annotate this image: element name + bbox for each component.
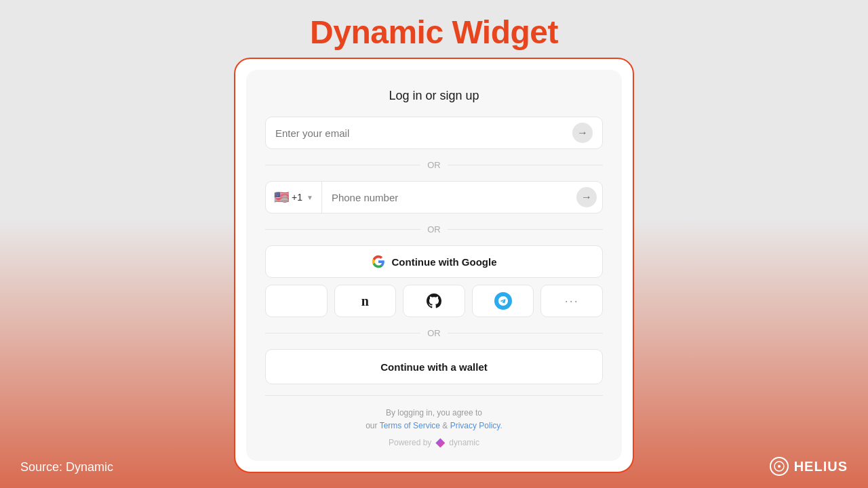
or-divider-3: OR bbox=[265, 328, 603, 338]
page-title: Dynamic Widget bbox=[310, 14, 558, 51]
email-input-container: → bbox=[265, 117, 603, 149]
dynamic-brand-label: dynamic bbox=[449, 438, 479, 447]
notion-icon: n bbox=[361, 293, 369, 309]
phone-input-container: 🇺🇸 +1 ▼ → bbox=[265, 181, 603, 214]
wallet-login-button[interactable]: Continue with a wallet bbox=[265, 349, 603, 384]
or-divider-1: OR bbox=[265, 160, 603, 170]
terms-of-service-link[interactable]: Terms of Service bbox=[380, 421, 440, 430]
footer-divider bbox=[265, 395, 603, 396]
powered-by: Powered by dynamic bbox=[265, 438, 603, 447]
outer-card: Log in or sign up → OR 🇺🇸 +1 ▼ → OR bbox=[234, 58, 634, 473]
phone-input[interactable] bbox=[322, 192, 576, 203]
email-input[interactable] bbox=[275, 127, 572, 139]
telegram-icon bbox=[494, 292, 512, 310]
card-title: Log in or sign up bbox=[265, 89, 603, 103]
footer-text: By logging in, you agree to our Terms of… bbox=[265, 407, 603, 432]
notion-login-button[interactable]: n bbox=[334, 285, 397, 317]
powered-by-label: Powered by bbox=[389, 438, 431, 447]
github-login-button[interactable] bbox=[403, 285, 465, 317]
helius-logo: HELIUS bbox=[770, 457, 848, 476]
social-buttons-row: n ··· bbox=[265, 285, 603, 317]
or-divider-2: OR bbox=[265, 224, 603, 235]
google-icon bbox=[372, 255, 385, 268]
more-options-button[interactable]: ··· bbox=[540, 285, 603, 317]
github-icon bbox=[427, 293, 441, 308]
source-label: Source: Dynamic bbox=[20, 460, 113, 474]
more-dots-icon: ··· bbox=[565, 294, 579, 308]
inner-card: Log in or sign up → OR 🇺🇸 +1 ▼ → OR bbox=[246, 70, 622, 461]
helius-icon bbox=[770, 457, 789, 476]
helius-label: HELIUS bbox=[794, 459, 848, 474]
privacy-policy-link[interactable]: Privacy Policy bbox=[450, 421, 500, 430]
chevron-down-icon: ▼ bbox=[307, 194, 313, 201]
phone-country-code: +1 bbox=[292, 192, 302, 203]
phone-submit-button[interactable]: → bbox=[576, 187, 597, 207]
dynamic-diamond-icon bbox=[435, 438, 445, 447]
us-flag-icon: 🇺🇸 bbox=[274, 190, 289, 205]
telegram-login-button[interactable] bbox=[472, 285, 534, 317]
email-submit-button[interactable]: → bbox=[572, 123, 593, 143]
wallet-button-label: Continue with a wallet bbox=[380, 361, 488, 373]
svg-point-1 bbox=[778, 465, 781, 468]
google-button-label: Continue with Google bbox=[392, 256, 497, 268]
google-login-button[interactable]: Continue with Google bbox=[265, 245, 603, 278]
apple-login-button[interactable] bbox=[265, 285, 328, 317]
phone-country-selector[interactable]: 🇺🇸 +1 ▼ bbox=[266, 182, 322, 213]
